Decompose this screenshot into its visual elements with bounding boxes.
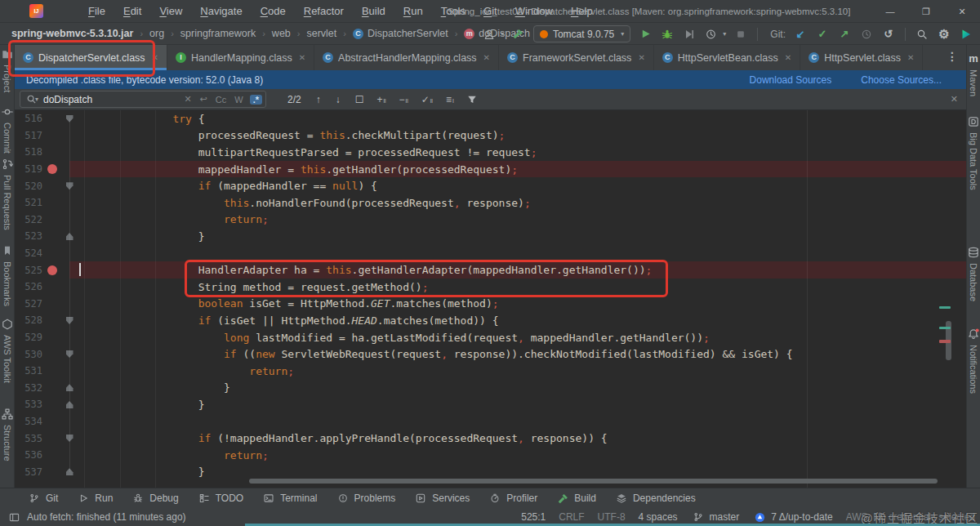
words-toggle[interactable]: W [234, 95, 243, 105]
minimize-button[interactable]: — [872, 0, 908, 23]
menu-run[interactable]: Run [396, 2, 430, 20]
tab-close-icon[interactable]: ✕ [299, 53, 305, 62]
settings-gear-icon[interactable]: ⚙ [937, 27, 951, 42]
tool-stripe-maven[interactable]: mMaven [967, 51, 980, 96]
gutter-breakpoint-area[interactable] [42, 164, 62, 174]
user-profile-icon[interactable] [482, 27, 497, 42]
breadcrumb-servlet[interactable]: servlet [305, 28, 338, 39]
tab-dispatcherservlet-class[interactable]: CDispatcherServlet.class✕ [15, 45, 167, 70]
add-selection-icon[interactable]: +ll [376, 94, 385, 105]
regex-toggle[interactable]: .* [250, 95, 262, 105]
file-encoding[interactable]: UTF-8 [598, 511, 626, 523]
check-selection-icon[interactable]: ✓ll [421, 94, 433, 105]
tab-close-icon[interactable]: ✕ [907, 53, 914, 62]
menu-navigate[interactable]: Navigate [193, 2, 249, 20]
run-button-icon[interactable] [638, 27, 653, 42]
tool-window-button-dependencies[interactable]: Dependencies [608, 489, 702, 507]
tool-window-button-git[interactable]: Git [21, 489, 64, 507]
search-options-icon[interactable]: ≡I [446, 94, 454, 105]
remove-selection-icon[interactable]: −ll [399, 94, 408, 105]
code-line-516[interactable]: 516try { [15, 110, 966, 127]
search-history-chevron-icon[interactable]: ▾ [35, 96, 38, 103]
code-line-523[interactable]: 523} [15, 228, 966, 245]
menu-build[interactable]: Build [354, 2, 393, 20]
tool-stripe-commit[interactable]: Commit [0, 105, 14, 154]
code-line-529[interactable]: 529long lastModified = ha.getLastModifie… [15, 329, 966, 346]
stripe-mark-teal[interactable] [939, 306, 951, 309]
breadcrumb-springframework[interactable]: springframework [179, 28, 257, 39]
git-update-icon[interactable]: ↙ [793, 27, 808, 42]
stripe-mark-teal[interactable] [939, 327, 951, 329]
code-editor[interactable]: 516try {517processedRequest = this.check… [15, 110, 966, 488]
tool-stripe-structure[interactable]: Structure [0, 407, 14, 461]
breadcrumb-dispatcherservlet[interactable]: CDispatcherServlet [351, 28, 450, 39]
profile-chevron-icon[interactable]: ▾ [501, 30, 504, 38]
code-line-520[interactable]: 520if (mappedHandler == null) { [15, 177, 966, 194]
next-occurrence-icon[interactable]: ↓ [336, 94, 341, 105]
filter-icon[interactable] [467, 95, 477, 105]
tool-window-button-build[interactable]: Build [550, 489, 602, 507]
status-message[interactable]: Auto fetch: finished (11 minutes ago) [27, 511, 186, 523]
tool-window-button-run[interactable]: Run [70, 489, 118, 507]
tool-window-quick-access-icon[interactable] [7, 510, 21, 524]
menu-file[interactable]: File [81, 2, 113, 20]
git-push-icon[interactable]: ↗ [837, 27, 852, 42]
breadcrumb-org[interactable]: org [148, 28, 166, 39]
search-query[interactable]: doDispatch [43, 94, 92, 105]
tab-httpservlet-class[interactable]: CHttpServlet.class✕ [800, 45, 923, 70]
git-rollback-icon[interactable]: ↺ [881, 27, 896, 42]
tool-stripe-pull-requests[interactable]: Pull Requests [0, 157, 14, 230]
tool-window-button-services[interactable]: Services [408, 489, 475, 507]
debug-button-icon[interactable] [660, 27, 675, 42]
horizontal-scrollbar[interactable] [249, 479, 938, 484]
code-line-537[interactable]: 537} [15, 463, 966, 480]
menu-view[interactable]: View [152, 2, 189, 20]
tool-stripe-bookmarks[interactable]: Bookmarks [0, 243, 14, 306]
menu-refactor[interactable]: Refactor [296, 2, 351, 20]
close-button[interactable]: ✕ [944, 0, 980, 23]
select-all-occurrences-icon[interactable]: ☐ [355, 94, 364, 105]
tool-window-button-profiler[interactable]: Profiler [482, 489, 543, 507]
tool-window-button-terminal[interactable]: Terminal [256, 489, 323, 507]
code-line-534[interactable]: 534 [15, 413, 966, 430]
menu-code[interactable]: Code [253, 2, 293, 20]
close-find-bar-icon[interactable]: ✕ [951, 94, 958, 105]
code-line-519[interactable]: 519mappedHandler = this.getHandler(proce… [15, 161, 966, 178]
search-everywhere-icon[interactable] [915, 27, 929, 42]
tool-window-button-debug[interactable]: Debug [125, 489, 184, 507]
code-line-521[interactable]: 521this.noHandlerFound(processedRequest,… [15, 194, 966, 212]
code-line-536[interactable]: 536return; [15, 447, 966, 464]
breakpoint-dot[interactable] [47, 164, 57, 174]
choose-sources-link[interactable]: Choose Sources... [861, 74, 942, 86]
caret-position[interactable]: 525:1 [521, 511, 546, 523]
indent-style[interactable]: 4 spaces [639, 511, 678, 523]
code-line-525[interactable]: 525HandlerAdapter ha = this.getHandlerAd… [15, 261, 966, 279]
profiler-chevron-icon[interactable]: ▾ [723, 30, 726, 38]
tool-window-button-todo[interactable]: TODO [191, 489, 249, 507]
aws-status[interactable]: AWS: No credentials selected [846, 511, 975, 523]
tool-stripe-big-data-tools[interactable]: Big Data Tools [967, 114, 980, 190]
code-line-527[interactable]: 527boolean isGet = HttpMethod.GET.matche… [15, 296, 966, 313]
download-sources-link[interactable]: Download Sources [750, 74, 832, 86]
tab-close-icon[interactable]: ✕ [638, 53, 644, 62]
stripe-mark-red[interactable] [939, 340, 951, 343]
breakpoint-dot[interactable] [47, 265, 57, 275]
code-line-528[interactable]: 528if (isGet || HttpMethod.HEAD.matches(… [15, 312, 966, 329]
clear-search-icon[interactable]: ✕ [184, 94, 191, 105]
tab-close-icon[interactable]: ✕ [785, 53, 791, 62]
tab-handlermapping-class[interactable]: IHandlerMapping.class✕ [167, 45, 314, 70]
git-commit-icon[interactable]: ✓ [815, 27, 830, 42]
git-history-icon[interactable] [859, 27, 874, 42]
search-input[interactable]: ▾ doDispatch ✕ ↩ Cc W .* [20, 91, 266, 108]
code-line-533[interactable]: 533} [15, 396, 966, 413]
code-line-530[interactable]: 530if ((new ServletWebRequest(request, r… [15, 345, 966, 363]
match-case-toggle[interactable]: Cc [216, 95, 226, 105]
code-line-518[interactable]: 518multipartRequestParsed = processedReq… [15, 144, 966, 161]
profiler-button-icon[interactable] [704, 27, 719, 42]
tab-options-icon[interactable]: ⋮ [947, 50, 958, 63]
tab-abstracthandlermapping-class[interactable]: CAbstractHandlerMapping.class✕ [314, 45, 499, 70]
previous-occurrence-icon[interactable]: ↑ [316, 94, 321, 105]
code-line-517[interactable]: 517processedRequest = this.checkMultipar… [15, 127, 966, 145]
code-line-532[interactable]: 532} [15, 380, 966, 397]
code-line-535[interactable]: 535if (!mappedHandler.applyPreHandle(pro… [15, 430, 966, 447]
